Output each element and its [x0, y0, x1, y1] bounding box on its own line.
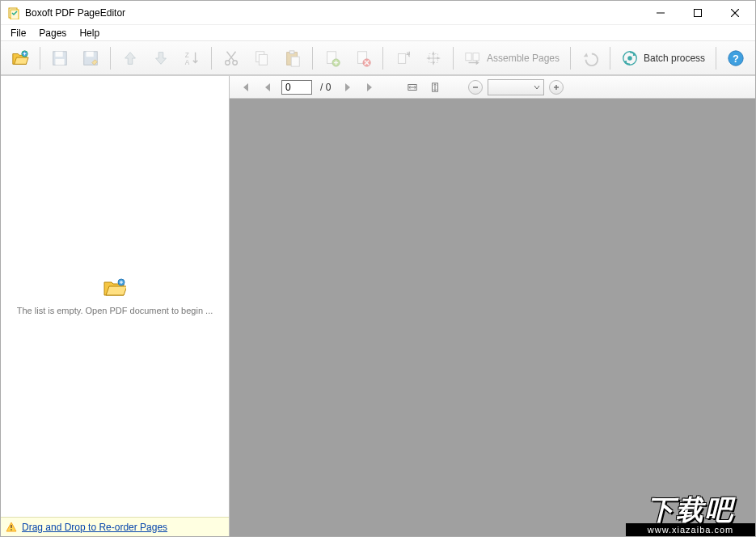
page-total-label: / 0	[317, 82, 334, 93]
assemble-label: Assemble Pages	[487, 53, 560, 64]
undo-button[interactable]	[576, 44, 605, 72]
batch-process-button[interactable]: Batch process	[615, 44, 711, 72]
svg-rect-18	[287, 52, 298, 65]
menu-help[interactable]: Help	[73, 26, 106, 40]
svg-text:Z: Z	[185, 52, 189, 59]
separator	[312, 47, 313, 70]
svg-rect-26	[429, 53, 438, 62]
svg-rect-34	[11, 525, 11, 528]
sort-button[interactable]: ZA	[177, 44, 206, 72]
fit-height-button[interactable]	[426, 79, 444, 95]
viewer-pane: / 0	[230, 76, 755, 536]
page-number-input[interactable]	[281, 80, 312, 95]
svg-rect-11	[87, 51, 94, 56]
svg-rect-27	[466, 53, 471, 60]
svg-rect-8	[56, 51, 63, 56]
main-area: The list is empty. Open PDF document to …	[1, 75, 755, 536]
crop-button[interactable]	[419, 44, 448, 72]
svg-point-14	[226, 60, 230, 65]
open-folder-icon	[103, 278, 126, 298]
pager-toolbar: / 0	[230, 76, 755, 99]
zoom-in-button[interactable]	[549, 80, 564, 95]
insert-page-button[interactable]	[318, 44, 347, 72]
separator	[610, 47, 610, 70]
svg-rect-10	[84, 51, 98, 65]
svg-text:A: A	[185, 59, 190, 66]
svg-rect-25	[399, 53, 406, 63]
svg-rect-35	[11, 529, 11, 530]
reorder-hint-link[interactable]: Drag and Drop to Re-order Pages	[22, 522, 167, 533]
page-list-body[interactable]: The list is empty. Open PDF document to …	[1, 76, 229, 517]
svg-point-30	[627, 56, 631, 60]
svg-rect-7	[53, 51, 67, 65]
separator	[110, 47, 111, 70]
help-button[interactable]: ?	[721, 44, 750, 72]
rotate-button[interactable]	[388, 44, 417, 72]
next-page-button[interactable]	[339, 79, 357, 95]
separator	[211, 47, 212, 70]
page-list-sidebar: The list is empty. Open PDF document to …	[1, 76, 230, 536]
separator	[716, 47, 716, 70]
cut-button[interactable]	[217, 44, 246, 72]
svg-rect-21	[327, 51, 336, 63]
menu-bar: File Pages Help	[1, 25, 755, 41]
svg-rect-16	[256, 51, 264, 61]
copy-button[interactable]	[247, 44, 277, 72]
zoom-out-button[interactable]	[468, 80, 483, 95]
window-title: Boxoft PDF PageEditor	[25, 7, 642, 19]
watermark-url: www.xiazaiba.com	[626, 523, 755, 536]
separator	[570, 47, 571, 70]
svg-text:?: ?	[733, 52, 739, 64]
app-icon	[7, 6, 20, 19]
minimize-button[interactable]	[642, 1, 679, 25]
open-button[interactable]	[6, 44, 35, 72]
svg-point-15	[233, 60, 238, 65]
svg-point-24	[363, 58, 370, 66]
separator	[382, 47, 383, 70]
zoom-combo[interactable]	[488, 79, 544, 95]
maximize-button[interactable]	[679, 1, 716, 25]
paste-button[interactable]	[278, 44, 307, 72]
svg-rect-20	[291, 57, 299, 66]
chevron-down-icon	[534, 84, 540, 91]
watermark-text: 下载吧	[626, 496, 755, 523]
svg-point-22	[332, 58, 340, 66]
title-bar: Boxoft PDF PageEditor	[1, 1, 755, 25]
save-as-button[interactable]	[76, 44, 105, 72]
assemble-pages-button[interactable]: Assemble Pages	[458, 44, 565, 72]
first-page-button[interactable]	[236, 79, 254, 95]
close-button[interactable]	[716, 1, 754, 25]
svg-rect-19	[289, 50, 294, 53]
move-down-button[interactable]	[146, 44, 175, 72]
toolbar: ZA Assemble Pages Batch process ?	[1, 41, 755, 75]
menu-pages[interactable]: Pages	[32, 26, 73, 40]
svg-rect-3	[695, 9, 702, 16]
separator	[40, 47, 40, 70]
move-up-button[interactable]	[116, 44, 145, 72]
prev-page-button[interactable]	[259, 79, 277, 95]
separator	[453, 47, 454, 70]
sidebar-footer: Drag and Drop to Re-order Pages	[1, 517, 229, 536]
svg-rect-23	[358, 51, 367, 63]
delete-page-button[interactable]	[348, 44, 378, 72]
svg-rect-28	[473, 53, 479, 60]
watermark: 下载吧 www.xiazaiba.com	[626, 496, 755, 536]
document-canvas: 下载吧 www.xiazaiba.com	[230, 99, 755, 536]
menu-file[interactable]: File	[4, 26, 32, 40]
save-button[interactable]	[45, 44, 74, 72]
svg-rect-9	[56, 58, 65, 64]
empty-list-text: The list is empty. Open PDF document to …	[17, 306, 213, 315]
fit-width-button[interactable]	[403, 79, 421, 95]
last-page-button[interactable]	[361, 79, 379, 95]
batch-label: Batch process	[644, 53, 705, 64]
svg-rect-17	[259, 54, 267, 65]
warning-icon	[6, 522, 17, 533]
